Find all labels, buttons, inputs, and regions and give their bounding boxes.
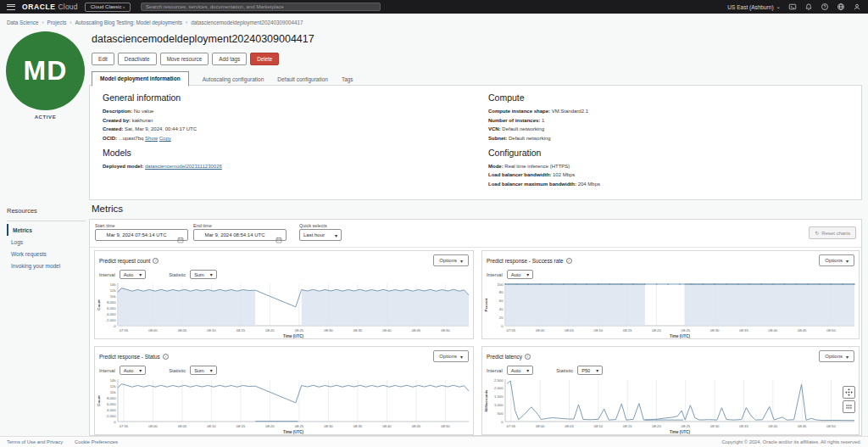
svg-text:08:05: 08:05 xyxy=(178,424,187,428)
sidebar-item-metrics[interactable]: Metrics xyxy=(7,224,89,236)
oracle-cloud-logo[interactable]: ORACLECloud xyxy=(22,3,78,11)
field-value: 204 Mbps xyxy=(578,182,600,187)
divider xyxy=(7,221,86,221)
interval-label: Interval xyxy=(487,272,503,277)
status-badge: ACTIVE xyxy=(0,115,91,120)
deactivate-button[interactable]: Deactivate xyxy=(118,53,157,65)
svg-text:Time (UTC): Time (UTC) xyxy=(670,430,690,434)
breadcrumb: Data Science› Projects› Autoscaling Blog… xyxy=(7,20,303,25)
ocid-copy-link[interactable]: Copy xyxy=(159,136,171,141)
svg-text:08:20: 08:20 xyxy=(265,328,275,332)
svg-text:08:50: 08:50 xyxy=(826,328,836,332)
predict-request-count-chart: 02,0004,0006,0008,00010k12k14k07:5508:00… xyxy=(95,281,473,342)
svg-text:8,000: 8,000 xyxy=(107,396,116,400)
drag-handle-button[interactable] xyxy=(843,400,855,413)
svg-text:08:15: 08:15 xyxy=(623,424,632,428)
reset-charts-button[interactable]: ↻ Reset charts xyxy=(809,226,856,239)
svg-text:08:00: 08:00 xyxy=(536,424,545,428)
info-icon[interactable]: i xyxy=(163,354,169,360)
svg-text:08:15: 08:15 xyxy=(236,424,246,428)
info-icon[interactable]: i xyxy=(525,354,531,360)
svg-text:0: 0 xyxy=(114,324,116,328)
statistic-select[interactable]: Sum▾ xyxy=(190,270,217,279)
predict-response-success-rate-chart: 02040608010007:5508:0008:0508:1008:1508:… xyxy=(482,281,859,342)
svg-text:07:55: 07:55 xyxy=(507,328,516,332)
interval-select[interactable]: Auto▾ xyxy=(507,270,534,279)
start-time-input[interactable] xyxy=(95,229,188,241)
details-left-column: General information Description: No valu… xyxy=(103,92,467,172)
breadcrumb-separator: › xyxy=(42,20,43,25)
help-icon[interactable] xyxy=(821,3,829,11)
profile-icon[interactable] xyxy=(853,3,861,11)
page-title: datasciencemodeldeployment20240309004417 xyxy=(92,33,314,45)
breadcrumb-data-science[interactable]: Data Science xyxy=(7,20,38,25)
deployed-model-link[interactable]: datasciencemodel2023111230026 xyxy=(145,164,222,169)
announcements-bell-icon[interactable] xyxy=(804,3,813,11)
svg-text:40: 40 xyxy=(499,307,504,311)
breadcrumb-projects[interactable]: Projects xyxy=(47,20,67,25)
svg-text:6,000: 6,000 xyxy=(107,402,116,406)
options-label: Options xyxy=(439,258,457,263)
page-footer: Terms of Use and Privacy Cookie Preferen… xyxy=(0,436,868,447)
terms-link[interactable]: Terms of Use and Privacy xyxy=(7,439,63,444)
info-icon[interactable]: i xyxy=(566,258,572,264)
options-button[interactable]: Options▾ xyxy=(819,350,854,362)
move-resource-button[interactable]: Move resource xyxy=(160,53,209,65)
field-value: ...upast7bq xyxy=(119,136,144,141)
region-selector[interactable]: US East (Ashburn)⌄ xyxy=(727,3,781,10)
interval-select[interactable]: Auto▾ xyxy=(120,366,147,375)
statistic-select[interactable]: P50▾ xyxy=(577,366,603,375)
language-globe-icon[interactable] xyxy=(837,3,845,11)
delete-button[interactable]: Delete xyxy=(250,53,279,65)
start-time-value[interactable] xyxy=(96,232,177,238)
end-time-value[interactable] xyxy=(194,232,275,238)
breadcrumb-separator: › xyxy=(70,20,71,25)
cloud-classic-button[interactable]: Cloud Classic › xyxy=(85,3,131,12)
options-button[interactable]: Options▾ xyxy=(819,254,854,266)
svg-text:08:45: 08:45 xyxy=(798,424,807,428)
search-input[interactable] xyxy=(141,3,381,11)
svg-text:08:25: 08:25 xyxy=(682,328,691,332)
tab-model-deployment-information[interactable]: Model deployment information xyxy=(92,71,189,87)
sidebar-item-logs[interactable]: Logs xyxy=(7,236,89,248)
interval-label: Interval xyxy=(99,368,115,373)
svg-text:2,000: 2,000 xyxy=(107,414,116,418)
options-button[interactable]: Options▾ xyxy=(433,254,469,266)
sidebar-item-work-requests[interactable]: Work requests xyxy=(7,248,89,260)
statistic-select[interactable]: Sum▾ xyxy=(190,366,217,375)
svg-text:08:05: 08:05 xyxy=(565,328,574,332)
sidebar-item-invoking-your-model[interactable]: Invoking your model xyxy=(7,260,89,272)
hamburger-menu-icon[interactable] xyxy=(7,4,15,10)
svg-text:8,000: 8,000 xyxy=(107,300,116,305)
svg-text:10k: 10k xyxy=(110,294,117,299)
svg-text:08:35: 08:35 xyxy=(353,328,363,332)
svg-text:08:45: 08:45 xyxy=(798,328,807,332)
cloud-shell-icon[interactable] xyxy=(788,3,797,11)
pan-chart-button[interactable] xyxy=(843,386,855,399)
quick-selects-label: Quick selects xyxy=(299,223,327,228)
field-label: Created by: xyxy=(103,118,131,123)
interval-select[interactable]: Auto▾ xyxy=(120,270,147,279)
svg-text:08:00: 08:00 xyxy=(148,328,158,332)
field-value: Real time inference (HTTPS) xyxy=(504,164,570,169)
field-label: Compute instance shape: xyxy=(488,109,550,114)
interval-select[interactable]: Auto▾ xyxy=(507,366,534,375)
ocid-field: OCID: ...upast7bq Show Copy xyxy=(103,136,467,141)
info-icon[interactable]: i xyxy=(153,258,159,264)
breadcrumb-model-deployments[interactable]: Autoscaling Blog Testing: Model deployme… xyxy=(75,20,182,25)
options-button[interactable]: Options▾ xyxy=(433,350,469,362)
quick-selects-dropdown[interactable]: Last hour ▾ xyxy=(299,229,342,241)
svg-text:08:40: 08:40 xyxy=(769,424,778,428)
calendar-icon[interactable] xyxy=(177,232,184,238)
model-deployment-information-panel: General information Description: No valu… xyxy=(89,85,862,200)
chevron-down-icon: ▾ xyxy=(596,368,598,373)
oci-console-page: ORACLECloud Cloud Classic › US East (Ash… xyxy=(0,0,868,447)
edit-button[interactable]: Edit xyxy=(92,53,114,65)
chart-title: Predict response - Success rate xyxy=(487,258,564,264)
ocid-show-link[interactable]: Show xyxy=(145,136,158,141)
add-tags-button[interactable]: Add tags xyxy=(212,53,247,65)
end-time-input[interactable] xyxy=(193,229,287,241)
calendar-icon[interactable] xyxy=(275,232,282,238)
cookie-preferences-link[interactable]: Cookie Preferences xyxy=(75,439,118,444)
svg-text:08:25: 08:25 xyxy=(295,328,304,332)
